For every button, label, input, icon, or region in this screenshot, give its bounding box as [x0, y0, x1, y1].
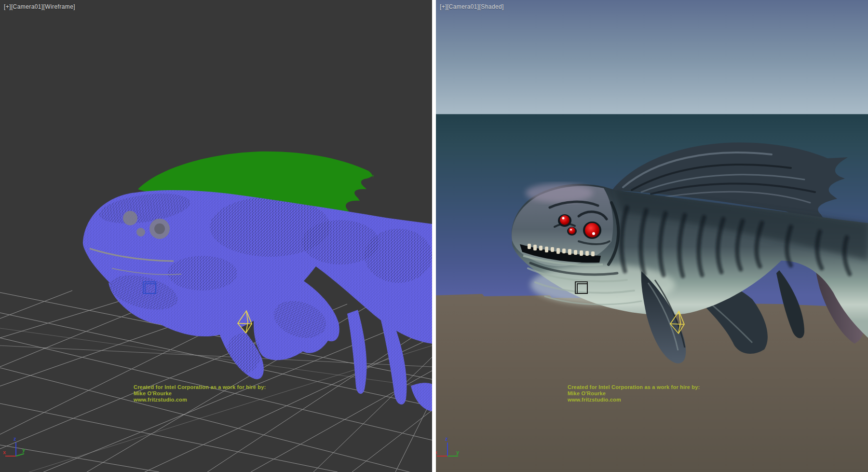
watermark-line: www.fritzstudio.com [134, 397, 266, 403]
watermark-line: Mike O'Rourke [568, 390, 700, 397]
fish-eye-spot [123, 211, 137, 225]
fish-eye-spot-center [154, 223, 165, 234]
viewport-menu-pov[interactable]: [Camera01] [11, 3, 43, 10]
viewport-label: [+][Camera01][Wireframe] [4, 3, 75, 10]
viewport-shaded[interactable]: x z y [+][Camera01][Shaded] Created for … [436, 0, 868, 472]
watermark-line: Mike O'Rourke [134, 390, 266, 397]
viewport-menu-pov[interactable]: [Camera01] [447, 3, 479, 10]
viewport-menu-general[interactable]: [+] [4, 3, 11, 10]
viewport-menu-shading[interactable]: [Wireframe] [43, 3, 75, 10]
viewport-menu-general[interactable]: [+] [440, 3, 447, 10]
viewport-splitter[interactable] [432, 0, 436, 472]
fish-eye-spot [136, 228, 145, 236]
watermark-line: www.fritzstudio.com [568, 397, 700, 403]
watermark-text: Created for Intel Corporation as a work … [568, 384, 700, 403]
fish-model-wireframe[interactable] [72, 183, 432, 415]
viewport-wireframe[interactable]: x z y [+][Camera01][Wireframe] Created f… [0, 0, 432, 472]
watermark-line: Created for Intel Corporation as a work … [134, 384, 266, 390]
axis-z-label: z [445, 436, 448, 442]
viewport-area: x z y [+][Camera01][Wireframe] Created f… [0, 0, 868, 472]
axis-y-label: y [22, 447, 26, 453]
viewport-label: [+][Camera01][Shaded] [440, 3, 504, 10]
watermark-line: Created for Intel Corporation as a work … [568, 384, 700, 390]
watermark-text: Created for Intel Corporation as a work … [134, 384, 266, 403]
viewport-menu-shading[interactable]: [Shaded] [479, 3, 504, 10]
axis-y-label: y [456, 449, 460, 455]
axis-x-label: x [3, 449, 6, 455]
axis-z-label: z [14, 436, 16, 442]
